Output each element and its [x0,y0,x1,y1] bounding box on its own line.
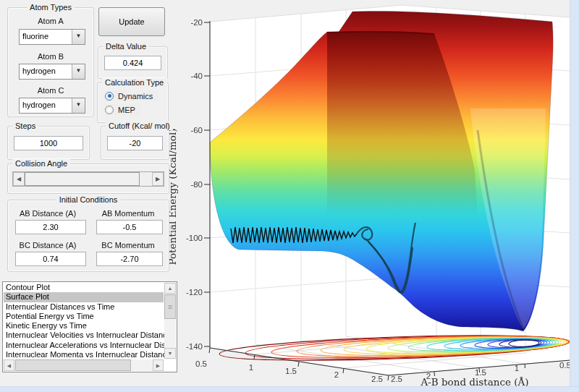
bc-momentum-label: BC Momentum [89,241,167,250]
window-frame-right [570,0,579,392]
steps-title: Steps [12,122,38,130]
atom-c-value: hydrogen [22,101,56,109]
radio-mep[interactable]: MEP [105,104,141,115]
scroll-down-icon[interactable]: ▼ [164,348,176,359]
scroll-left-icon[interactable]: ◀ [4,359,14,371]
ab-distance-label: AB Distance (A) [8,209,88,218]
radio-selected-icon[interactable] [105,92,114,101]
atom-a-value: fluorine [22,32,48,41]
collision-angle-group: Collision Angle ◀ ▶ [7,163,169,194]
cutoff-field[interactable]: -20 [107,136,163,150]
atom-b-label: Atom B [8,52,93,61]
radio-mep-label: MEP [118,106,135,114]
list-item[interactable]: Internuclear Velocities vs Internuclear … [4,331,164,340]
calculation-type-title: Calculation Type [102,78,166,87]
list-item[interactable]: Internuclear Accelerations vs Internucle… [4,341,164,350]
chevron-down-icon[interactable]: ▼ [72,30,85,44]
vertical-scrollbar[interactable]: ▲ ☰ ▼ [164,283,176,359]
delta-value-field[interactable]: 0.424 [104,56,161,70]
list-item[interactable]: Contour Plot [4,283,164,292]
svg-text:1: 1 [515,364,519,372]
atom-b-value: hydrogen [22,67,56,75]
bc-distance-field[interactable]: 0.74 [15,252,86,266]
svg-text:-80: -80 [190,180,203,189]
horizontal-scroll-thumb[interactable] [15,359,131,371]
update-button[interactable]: Update [98,7,165,36]
list-item[interactable]: Internuclear Distances vs Time [4,302,164,312]
chevron-down-icon[interactable]: ▼ [72,64,85,79]
list-item[interactable]: Internuclear Momenta vs Internuclear Dis… [4,350,164,359]
list-item[interactable]: Potential Energy vs Time [4,312,164,321]
plot-type-listbox[interactable]: Contour Plot Surface Plot Internuclear D… [2,281,177,372]
list-item[interactable]: Kinetic Energy vs Time [4,321,164,331]
svg-text:1: 1 [249,363,253,372]
z-tick-labels: -20 -40 -60 -80 -100 -120 -140 [186,18,203,351]
horizontal-scrollbar[interactable]: ◀ ▶ [4,359,164,371]
calculation-type-group: Calculation Type Dynamics MEP [97,82,169,123]
collision-angle-slider[interactable]: ◀ ▶ [12,171,164,187]
svg-text:-100: -100 [186,234,203,242]
atom-a-select[interactable]: fluorine ▼ [19,29,85,45]
ab-momentum-field[interactable]: -0.5 [96,220,163,234]
slider-right-arrow-icon[interactable]: ▶ [152,172,164,186]
ab-distance-field[interactable]: 2.30 [15,220,86,234]
svg-text:0.5: 0.5 [195,359,207,368]
svg-text:2.5: 2.5 [391,375,402,383]
list-item-selected[interactable]: Surface Plot [4,292,164,302]
svg-text:2: 2 [334,370,339,379]
bc-distance-label: BC Distance (A) [8,241,88,250]
scroll-right-icon[interactable]: ▶ [153,359,164,371]
delta-value-group: Delta Value 0.424 [98,46,168,79]
atom-b-select[interactable]: hydrogen ▼ [19,64,85,80]
atom-a-label: Atom A [8,17,93,25]
radio-unselected-icon[interactable] [105,106,114,114]
svg-text:-60: -60 [190,126,203,135]
chevron-down-icon[interactable]: ▼ [72,98,85,113]
scroll-up-icon[interactable]: ▲ [164,283,176,294]
atom-types-group: Atom Types Atom A fluorine ▼ Atom B hydr… [7,7,94,117]
svg-text:-40: -40 [190,72,203,80]
svg-text:-140: -140 [186,342,203,351]
initial-conditions-title: Initial Conditions [56,195,121,204]
steps-group: Steps 1000 [7,126,90,160]
bc-momentum-field[interactable]: -2.70 [96,252,163,266]
delta-value-title: Delta Value [103,42,149,51]
app-window: { "theme":{"background":"#f0f0f0","frame… [0,0,579,392]
radio-dynamics[interactable]: Dynamics [105,90,159,101]
ab-momentum-label: AB Momentum [89,209,167,218]
svg-text:-20: -20 [190,18,203,27]
cutoff-title: Cutoff (Kcal/ mol) [106,122,173,130]
slider-thumb[interactable] [25,172,140,186]
steps-field[interactable]: 1000 [14,136,83,150]
vertical-scroll-thumb[interactable]: ☰ [164,294,176,319]
plot-type-items: Contour Plot Surface Plot Internuclear D… [4,283,164,359]
atom-types-title: Atom Types [27,3,75,12]
window-frame-bottom [0,386,579,392]
svg-text:-120: -120 [186,288,203,297]
atom-c-select[interactable]: hydrogen ▼ [19,98,85,114]
svg-text:1.5: 1.5 [285,367,297,375]
initial-conditions-group: Initial Conditions AB Distance (A) 2.30 … [7,200,169,272]
radio-dynamics-label: Dynamics [118,92,153,101]
collision-angle-title: Collision Angle [12,159,70,168]
cutoff-group: Cutoff (Kcal/ mol) -20 [101,126,169,160]
atom-c-label: Atom C [8,86,93,95]
slider-left-arrow-icon[interactable]: ◀ [13,172,25,186]
svg-text:2.5: 2.5 [371,375,383,383]
